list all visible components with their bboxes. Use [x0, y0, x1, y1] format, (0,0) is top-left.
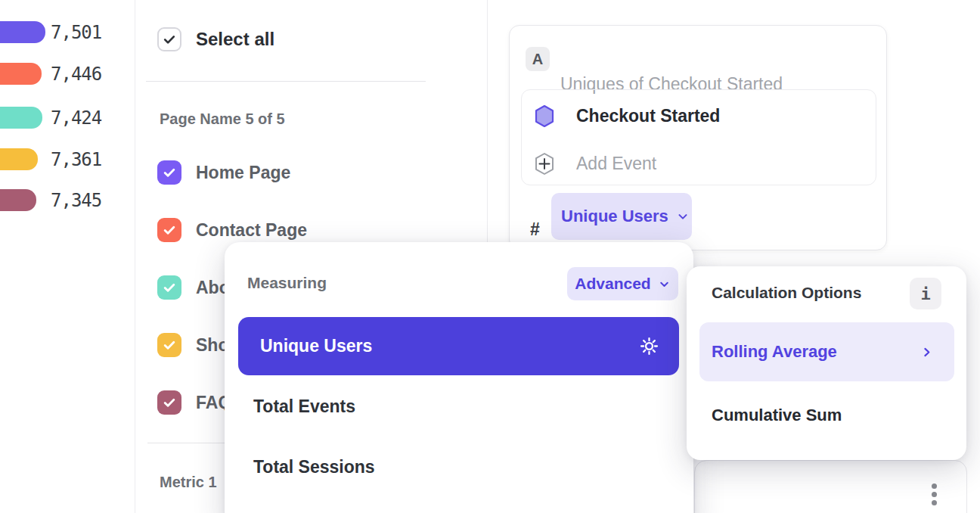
legend-value: 7,501: [51, 22, 101, 43]
select-all-checkbox[interactable]: [157, 27, 181, 51]
legend-swatch: [0, 189, 36, 211]
add-event-button[interactable]: Add Event: [576, 154, 656, 174]
calc-option-label: Rolling Average: [712, 342, 837, 362]
measure-dropdown-value: Unique Users: [561, 207, 668, 226]
checkbox-home-page[interactable]: [157, 160, 181, 185]
legend-swatch: [0, 63, 42, 85]
checkbox-faq-page[interactable]: [157, 390, 181, 415]
select-all-label: Select all: [196, 29, 274, 50]
check-icon: [162, 222, 177, 238]
gear-icon[interactable]: [639, 336, 659, 356]
chevron-down-icon: [658, 278, 671, 291]
legend-swatch: [0, 148, 38, 170]
menu-option-label: Unique Users: [260, 336, 372, 356]
checkbox-contact-page[interactable]: [157, 218, 181, 242]
chevron-down-icon: [676, 210, 690, 223]
event-name[interactable]: Checkout Started: [576, 106, 720, 126]
check-icon: [162, 280, 177, 295]
query-builder-card: A Uniques of Checkout Started Checkout S…: [509, 25, 887, 250]
advanced-dropdown[interactable]: Advanced: [567, 267, 678, 300]
chevron-right-icon: [920, 346, 933, 359]
metric-2-card: [694, 460, 967, 513]
measure-type-symbol: #: [530, 219, 540, 240]
measuring-menu-title: Measuring: [247, 274, 327, 292]
checkbox-shop-page[interactable]: [157, 333, 181, 357]
legend-swatch: [0, 21, 45, 43]
kebab-menu-icon[interactable]: [932, 483, 937, 505]
calculation-options-title: Calculation Options: [712, 284, 861, 302]
filter-label-contact-page: Contact Page: [196, 220, 307, 241]
menu-option-total-sessions[interactable]: Total Sessions: [253, 457, 375, 477]
divider: [146, 81, 426, 82]
calc-option-cumulative-sum[interactable]: Cumulative Sum: [712, 406, 842, 425]
check-icon: [162, 32, 177, 47]
legend-value: 7,345: [51, 190, 101, 211]
filter-label-home-page: Home Page: [196, 163, 290, 183]
check-icon: [162, 337, 177, 353]
legend-value: 7,424: [51, 107, 101, 129]
calculation-options-menu: Calculation Options i Rolling Average Cu…: [687, 266, 966, 460]
event-box: Checkout Started Add Event: [521, 89, 876, 185]
group-label: Page Name 5 of 5: [160, 110, 285, 128]
measuring-menu: Measuring Advanced Unique Users Total Ev…: [225, 242, 693, 513]
check-icon: [162, 165, 177, 180]
legend-value: 7,361: [51, 149, 101, 170]
add-event-icon: [534, 152, 555, 176]
info-icon[interactable]: i: [910, 278, 941, 309]
panel-divider-left: [135, 0, 135, 513]
check-icon: [162, 395, 177, 410]
series-letter-badge: A: [526, 47, 550, 71]
calc-option-rolling-average[interactable]: Rolling Average: [699, 322, 954, 381]
measure-dropdown[interactable]: Unique Users: [551, 193, 692, 240]
menu-option-total-events[interactable]: Total Events: [253, 396, 355, 417]
checkbox-about-page[interactable]: [157, 275, 181, 300]
legend-swatch: [0, 107, 42, 129]
event-hexagon-icon: [534, 104, 555, 128]
menu-option-unique-users[interactable]: Unique Users: [238, 317, 679, 375]
legend-value: 7,446: [51, 64, 101, 85]
advanced-dropdown-value: Advanced: [575, 275, 650, 293]
metric-label: Metric 1: [160, 474, 217, 491]
